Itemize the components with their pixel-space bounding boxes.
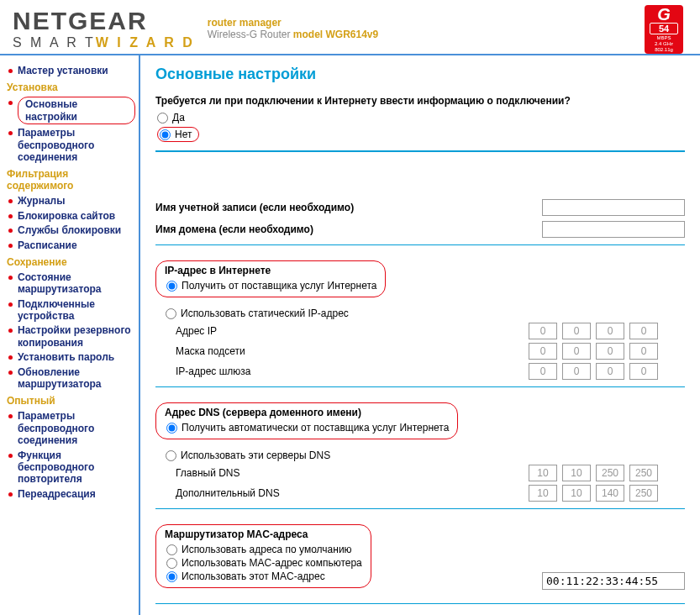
dns-manual-radio[interactable]: Использовать эти серверы DNS xyxy=(166,449,685,461)
sidebar-item[interactable]: Обновление маршрутизатора xyxy=(7,366,135,391)
sidebar-link[interactable]: Функция беспроводного повторителя xyxy=(18,449,135,486)
dns-section-highlighted: Адрес DNS (сервера доменного имени) Полу… xyxy=(155,402,458,439)
primary-dns-label: Главный DNS xyxy=(176,467,529,479)
ip-address-octet-2[interactable] xyxy=(562,323,591,339)
main-content: Основные настройки Требуется ли при подк… xyxy=(140,55,700,615)
gateway-octet-2[interactable] xyxy=(562,363,591,380)
mac-address-input[interactable] xyxy=(542,572,685,590)
sidebar-item[interactable]: Установить пароль xyxy=(7,351,135,363)
sidebar-item[interactable]: Мастер установки xyxy=(7,65,135,76)
subnet-mask-octet-3[interactable] xyxy=(596,343,624,360)
primary-dns-octet-4[interactable] xyxy=(629,465,658,481)
domain-label: Имя домена (если необходимо) xyxy=(155,223,542,235)
divider xyxy=(155,244,685,245)
bullet-icon xyxy=(8,69,13,73)
logo-sub: S M A R TW I Z A R D xyxy=(13,35,195,50)
secondary-dns-label: Дополнительный DNS xyxy=(176,487,529,499)
gateway-octet-3[interactable] xyxy=(596,363,624,380)
sidebar-item[interactable]: Службы блокировки xyxy=(7,224,135,236)
secondary-dns-octet-1[interactable] xyxy=(529,485,557,502)
bullet-icon xyxy=(8,329,13,333)
logo: NETGEAR S M A R TW I Z A R D xyxy=(13,7,195,50)
sidebar-link[interactable]: Блокировка сайтов xyxy=(18,210,115,222)
ip-static-radio[interactable]: Использовать статический IP-адрес xyxy=(166,308,685,319)
bullet-icon xyxy=(8,414,13,418)
sidebar-link[interactable]: Установить пароль xyxy=(18,351,114,363)
mac-heading: Маршрутизатор MAC-адреса xyxy=(165,528,362,540)
mac-computer-radio[interactable]: Использовать MAC-адрес компьютера xyxy=(166,557,362,569)
dns-heading: Адрес DNS (сервера доменного имени) xyxy=(165,407,449,418)
wireless-g-badge-icon: G 54 MBPS 2.4 GHz 802.11g xyxy=(645,5,683,54)
primary-dns-octet-1[interactable] xyxy=(529,465,557,481)
ip-section-highlighted: IP-адрес в Интернете Получить от поставщ… xyxy=(155,260,386,297)
bullet-icon xyxy=(8,101,13,105)
gateway-octet-4[interactable] xyxy=(629,363,658,380)
divider xyxy=(155,386,685,387)
page-title: Основные настройки xyxy=(155,66,685,83)
subnet-mask-octet-1[interactable] xyxy=(529,343,557,360)
sidebar-section-title: Сохранение xyxy=(7,256,135,268)
sidebar-link[interactable]: Службы блокировки xyxy=(18,224,121,236)
ip-heading: IP-адрес в Интернете xyxy=(165,265,376,276)
mac-default-radio[interactable]: Использовать адреса по умолчанию xyxy=(166,544,362,555)
sidebar-section-title: Установка xyxy=(7,81,135,93)
login-no-radio[interactable]: Нет xyxy=(157,127,199,142)
subnet-mask-octet-4[interactable] xyxy=(629,343,658,360)
sidebar-item[interactable]: Параметры беспроводного соединения xyxy=(7,410,135,446)
sidebar-link[interactable]: Параметры беспроводного соединения xyxy=(18,127,135,163)
sidebar-item[interactable]: Подключенные устройства xyxy=(7,298,135,323)
primary-dns-octet-2[interactable] xyxy=(562,465,591,481)
gateway-label: IP-адрес шлюза xyxy=(176,365,529,377)
login-yes-radio[interactable]: Да xyxy=(157,112,685,124)
sidebar-link[interactable]: Обновление маршрутизатора xyxy=(18,366,135,391)
bullet-icon xyxy=(8,229,13,233)
sidebar-item[interactable]: Переадресация xyxy=(7,488,135,500)
sidebar-link[interactable]: Переадресация xyxy=(18,488,96,500)
account-label: Имя учетной записи (если необходимо) xyxy=(155,202,542,213)
mac-this-radio[interactable]: Использовать этот MAC-адрес xyxy=(166,570,362,582)
sidebar-item[interactable]: Состояние маршрутизатора xyxy=(7,271,135,296)
sidebar-item[interactable]: Журналы xyxy=(7,195,135,207)
sidebar-link[interactable]: Параметры беспроводного соединения xyxy=(18,410,135,446)
ip-address-octet-1[interactable] xyxy=(529,323,557,339)
bullet-icon xyxy=(8,199,13,203)
secondary-dns-octet-2[interactable] xyxy=(562,485,591,502)
divider xyxy=(155,603,685,604)
bullet-icon xyxy=(8,302,13,307)
divider xyxy=(155,150,685,152)
header: NETGEAR S M A R TW I Z A R D router mana… xyxy=(0,0,700,55)
bullet-icon xyxy=(8,371,13,375)
primary-dns-octet-3[interactable] xyxy=(596,465,624,481)
sidebar-link[interactable]: Журналы xyxy=(18,195,65,207)
sidebar-link[interactable]: Основные настройки xyxy=(18,97,135,124)
ip-address-octet-4[interactable] xyxy=(629,323,658,339)
sidebar-item[interactable]: Расписание xyxy=(7,239,135,251)
sidebar-item[interactable]: Блокировка сайтов xyxy=(7,210,135,222)
sidebar-item[interactable]: Функция беспроводного повторителя xyxy=(7,449,135,486)
ip-address-octet-3[interactable] xyxy=(596,323,624,339)
sidebar-link[interactable]: Настройки резервного копирования xyxy=(18,324,135,349)
sidebar-item[interactable]: Параметры беспроводного соединения xyxy=(7,127,135,163)
sidebar-item[interactable]: Настройки резервного копирования xyxy=(7,324,135,349)
gateway-octet-1[interactable] xyxy=(529,363,557,380)
bullet-icon xyxy=(8,131,13,135)
bullet-icon xyxy=(8,492,13,497)
divider xyxy=(155,508,685,509)
domain-input[interactable] xyxy=(542,221,685,238)
header-tagline: router manager Wireless-G Router model W… xyxy=(208,17,378,40)
bullet-icon xyxy=(8,454,13,458)
ip-isp-radio[interactable]: Получить от поставщика услуг Интернета xyxy=(166,280,376,292)
subnet-mask-octet-2[interactable] xyxy=(562,343,591,360)
dns-auto-radio[interactable]: Получить автоматически от поставщика усл… xyxy=(166,422,449,434)
bullet-icon xyxy=(8,276,13,280)
secondary-dns-octet-3[interactable] xyxy=(596,485,624,502)
sidebar-link[interactable]: Расписание xyxy=(18,239,77,251)
sidebar-section-title: Фильтрация содержимого xyxy=(7,168,135,192)
sidebar-item[interactable]: Основные настройки xyxy=(7,97,135,124)
account-input[interactable] xyxy=(542,199,685,216)
ip-address-label: Адрес IP xyxy=(176,325,529,337)
sidebar-link[interactable]: Состояние маршрутизатора xyxy=(18,271,135,296)
secondary-dns-octet-4[interactable] xyxy=(629,485,658,502)
sidebar-link[interactable]: Мастер установки xyxy=(18,65,108,76)
sidebar-link[interactable]: Подключенные устройства xyxy=(18,298,135,323)
